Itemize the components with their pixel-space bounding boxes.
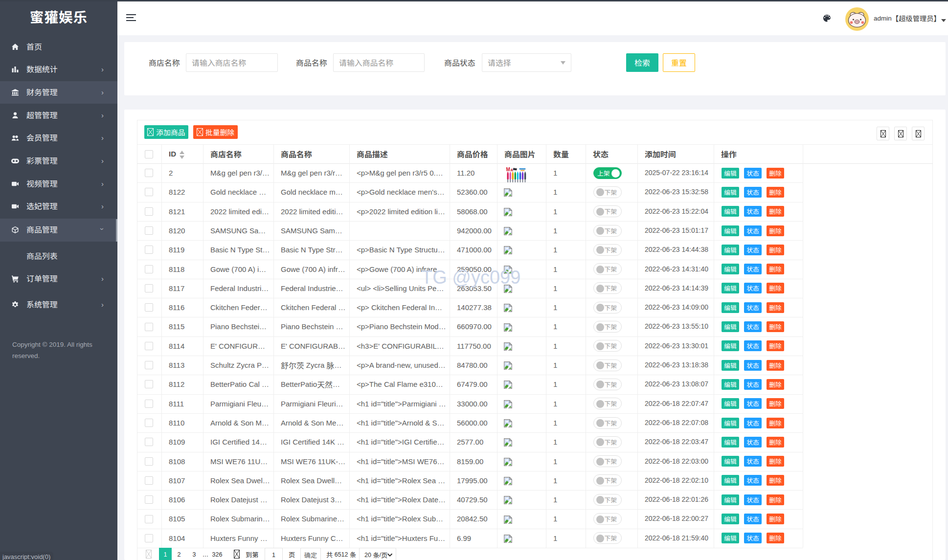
svg-text:&: & <box>511 167 514 172</box>
svg-text:M: M <box>506 167 510 172</box>
